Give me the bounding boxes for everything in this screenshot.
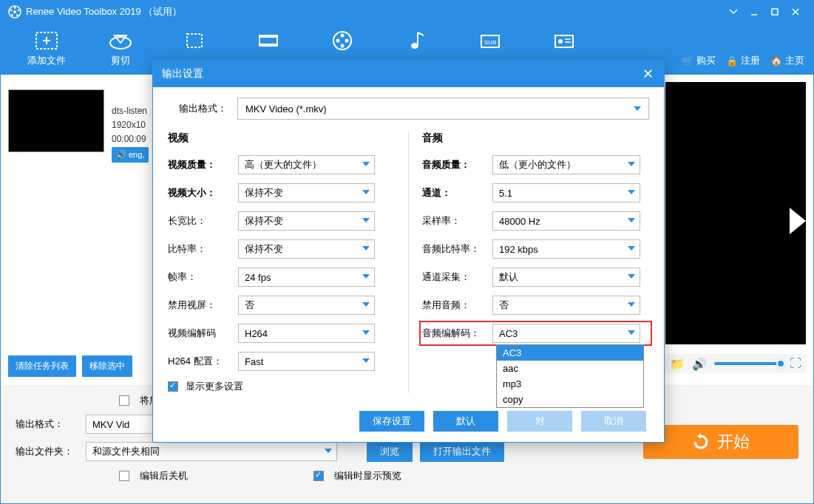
register-link[interactable]: 🔒注册: [726, 54, 760, 67]
subtitle-button[interactable]: SUB: [453, 27, 527, 54]
video-size-select[interactable]: 保持不变: [238, 183, 375, 202]
video-fps-select[interactable]: 24 fps: [238, 268, 375, 287]
audio-capture-select[interactable]: 默认: [492, 268, 640, 287]
show-more-checkbox[interactable]: [168, 381, 178, 392]
default-button[interactable]: 默认: [433, 411, 498, 432]
home-icon: 🏠: [770, 55, 782, 67]
folder-icon[interactable]: 📁: [670, 357, 685, 371]
minimize-icon[interactable]: [744, 1, 764, 22]
audio-quality-label: 音频质量：: [422, 158, 492, 171]
chevron-down-icon: [362, 274, 370, 279]
codec-option-ac3[interactable]: AC3: [497, 345, 643, 361]
audio-quality-select[interactable]: 低（更小的文件）: [492, 155, 640, 174]
start-button[interactable]: 开始: [643, 425, 798, 459]
video-codec-select[interactable]: H264: [238, 324, 375, 343]
video-column: 视频 视频质量：高（更大的文件） 视频大小：保持不变 长宽比：保持不变 比特率：…: [168, 132, 395, 393]
audio-samplerate-label: 采样率：: [422, 214, 492, 228]
play-icon[interactable]: [790, 208, 806, 234]
svg-point-21: [336, 39, 340, 43]
chevron-down-icon: [628, 218, 635, 222]
id-icon: [527, 27, 601, 54]
audio-badge[interactable]: 🔊eng,: [112, 147, 149, 163]
chevron-down-icon: [628, 162, 635, 166]
dlg-output-format-select[interactable]: MKV Video (*.mkv): [237, 98, 649, 120]
chevron-down-icon: [362, 358, 370, 363]
title-bar: Renee Video Toolbox 2019 （试用）: [1, 1, 813, 23]
column-divider: [408, 132, 409, 393]
video-aspect-label: 长宽比：: [168, 214, 238, 228]
move-all-checkbox[interactable]: [119, 395, 129, 406]
audio-bitrate-select[interactable]: 192 kbps: [492, 239, 640, 259]
buy-link[interactable]: 🛒购买: [682, 54, 716, 67]
add-file-button[interactable]: 添加文件: [10, 27, 84, 67]
video-quality-select[interactable]: 高（更大的文件）: [238, 155, 375, 174]
chevron-down-icon: [628, 330, 635, 335]
svg-rect-13: [187, 34, 202, 47]
volume-slider[interactable]: [714, 362, 782, 365]
preview-checkbox[interactable]: [313, 471, 324, 481]
file-duration: 00:00:09: [112, 132, 149, 146]
audio-codec-select[interactable]: AC3: [492, 324, 640, 343]
codec-option-mp3[interactable]: mp3: [497, 376, 643, 392]
open-output-button[interactable]: 打开输出文件: [420, 441, 504, 462]
audio-channels-label: 通道：: [422, 186, 492, 200]
watermark-button[interactable]: [527, 27, 601, 54]
audio-samplerate-select[interactable]: 48000 Hz: [492, 211, 640, 231]
chevron-down-icon: [634, 106, 641, 111]
dialog-close-icon[interactable]: ✕: [640, 66, 655, 82]
speaker-icon: 🔊: [116, 149, 126, 162]
close-icon[interactable]: [785, 1, 806, 22]
codec-option-copy[interactable]: copy: [497, 392, 643, 407]
music-icon: [379, 27, 453, 54]
browse-button[interactable]: 浏览: [367, 441, 413, 462]
video-quality-label: 视频质量：: [168, 158, 238, 171]
lock-icon: 🔒: [726, 55, 738, 67]
svg-point-6: [10, 10, 13, 12]
codec-option-aac[interactable]: aac: [497, 361, 643, 376]
h264-profile-select[interactable]: Fast: [238, 352, 375, 371]
maximize-icon[interactable]: [764, 1, 785, 22]
cut-button[interactable]: 剪切: [84, 27, 157, 67]
show-more-label: 显示更多设置: [186, 380, 243, 393]
file-item[interactable]: dts-listen 1920x10 00:00:09 🔊eng,: [8, 89, 145, 152]
dropdown-icon[interactable]: [723, 1, 744, 22]
svg-rect-25: [555, 35, 573, 47]
toolbar-right-links: 🛒购买 🔒注册 🏠主页: [682, 54, 804, 67]
svg-point-1: [13, 10, 16, 13]
file-info: dts-listen 1920x10 00:00:09 🔊eng,: [112, 104, 149, 163]
volume-icon[interactable]: 🔊: [692, 357, 707, 371]
audio-bitrate-label: 音频比特率：: [422, 242, 492, 256]
cut-icon: [84, 27, 157, 54]
output-folder-label: 输出文件夹：: [16, 445, 78, 458]
video-tool-button[interactable]: [305, 27, 379, 54]
output-format-label: 输出格式：: [16, 418, 78, 431]
app-title: Renee Video Toolbox 2019 （试用）: [26, 5, 182, 18]
audio-codec-highlight: 音频编解码： AC3 AC3 aac mp3 copy: [419, 321, 652, 346]
video-disable-select[interactable]: 否: [238, 296, 375, 315]
music-button[interactable]: [379, 27, 453, 54]
remove-selected-button[interactable]: 移除选中: [82, 355, 132, 377]
video-bitrate-select[interactable]: 保持不变: [238, 239, 375, 259]
save-settings-button[interactable]: 保存设置: [359, 411, 424, 432]
preview-label: 编辑时显示预览: [334, 469, 401, 483]
video-aspect-select[interactable]: 保持不变: [238, 211, 375, 231]
apply-button[interactable]: 对: [507, 411, 572, 432]
video-preview: [665, 82, 806, 344]
video-size-label: 视频大小：: [168, 186, 238, 200]
fullscreen-icon[interactable]: ⛶: [790, 357, 801, 370]
audio-channels-select[interactable]: 5.1: [492, 183, 640, 202]
cancel-button[interactable]: 取消: [581, 411, 646, 432]
effects-button[interactable]: [231, 27, 305, 54]
crop-button[interactable]: [157, 27, 231, 54]
video-bitrate-label: 比特率：: [168, 242, 238, 256]
shutdown-checkbox[interactable]: [119, 471, 129, 481]
list-buttons: 清除任务列表 移除选中: [8, 355, 132, 377]
clear-list-button[interactable]: 清除任务列表: [8, 355, 76, 377]
output-folder-select[interactable]: 和源文件夹相同: [86, 442, 337, 461]
audio-section-title: 音频: [422, 132, 649, 145]
home-link[interactable]: 🏠主页: [770, 54, 804, 67]
chevron-down-icon: [325, 449, 332, 453]
audio-disable-select[interactable]: 否: [492, 296, 640, 315]
dialog-title-bar: 输出设置 ✕: [153, 61, 664, 87]
file-resolution: 1920x10: [112, 118, 149, 132]
